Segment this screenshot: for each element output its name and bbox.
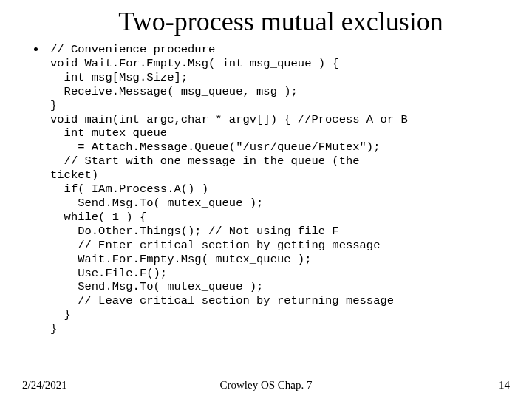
footer-page-number: 14 <box>499 379 510 392</box>
code-block: // Convenience procedure void Wait.For.E… <box>50 43 510 336</box>
bullet-icon <box>34 47 38 51</box>
footer-center: Crowley OS Chap. 7 <box>22 379 510 392</box>
content-area: // Convenience procedure void Wait.For.E… <box>22 43 510 336</box>
slide: Two-process mutual exclusion // Convenie… <box>0 0 532 399</box>
slide-title: Two-process mutual exclusion <box>22 6 510 37</box>
